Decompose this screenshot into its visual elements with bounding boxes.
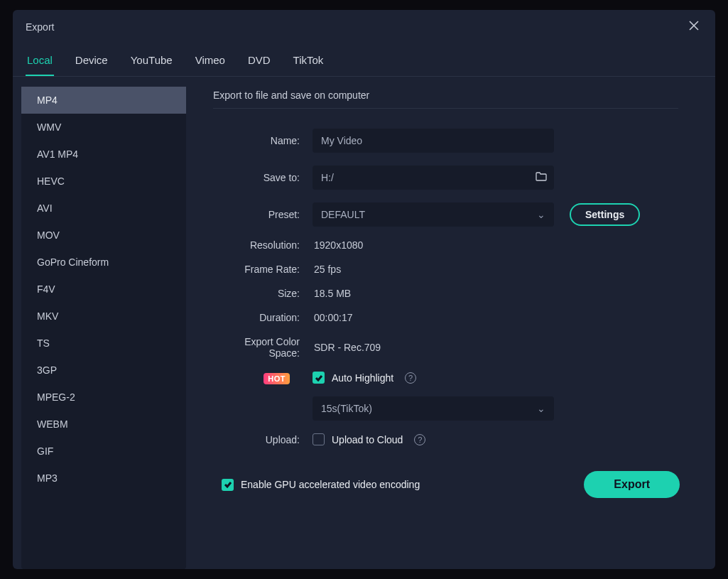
tab-tiktok[interactable]: TikTok	[292, 48, 325, 76]
auto-highlight-label: Auto Highlight	[332, 372, 393, 384]
dialog-body: MP4 WMV AV1 MP4 HEVC AVI MOV GoPro Cinef…	[13, 77, 715, 569]
highlight-preset-value: 15s(TikTok)	[321, 403, 372, 414]
format-mp4[interactable]: MP4	[21, 87, 186, 114]
label-preset: Preset:	[213, 209, 313, 220]
format-3gp[interactable]: 3GP	[21, 357, 186, 384]
format-f4v[interactable]: F4V	[21, 276, 186, 303]
gpu-checkbox[interactable]	[222, 479, 234, 491]
format-mkv[interactable]: MKV	[21, 303, 186, 330]
settings-button[interactable]: Settings	[570, 203, 640, 226]
hot-badge: HOT	[264, 373, 290, 384]
duration-value: 00:00:17	[313, 312, 353, 323]
format-avi[interactable]: AVI	[21, 195, 186, 222]
upload-cloud-label: Upload to Cloud	[332, 434, 403, 445]
format-gopro[interactable]: GoPro Cineform	[21, 249, 186, 276]
label-saveto: Save to:	[213, 172, 313, 183]
dialog-header: Export	[13, 10, 715, 43]
tab-bar: Local Device YouTube Vimeo DVD TikTok	[13, 43, 715, 77]
help-upload-cloud[interactable]: ?	[414, 434, 425, 445]
section-title: Export to file and save on computer	[213, 90, 678, 109]
size-value: 18.5 MB	[313, 288, 351, 299]
folder-icon	[536, 171, 547, 181]
chevron-down-icon: ⌄	[537, 209, 545, 220]
format-wmv[interactable]: WMV	[21, 114, 186, 141]
highlight-preset-select[interactable]: 15s(TikTok) ⌄	[313, 396, 554, 421]
auto-highlight-checkbox[interactable]	[313, 372, 325, 384]
gpu-label: Enable GPU accelerated video encoding	[241, 479, 420, 490]
check-icon	[224, 480, 232, 489]
tab-vimeo[interactable]: Vimeo	[194, 48, 227, 76]
dialog-footer: Enable GPU accelerated video encoding Ex…	[213, 458, 685, 504]
format-webm[interactable]: WEBM	[21, 411, 186, 438]
close-button[interactable]	[685, 17, 702, 37]
tab-dvd[interactable]: DVD	[246, 48, 272, 76]
browse-folder-button[interactable]	[536, 171, 547, 184]
main-panel: Export to file and save on computer Name…	[186, 87, 707, 569]
upload-cloud-checkbox[interactable]	[313, 433, 325, 445]
name-input[interactable]	[313, 129, 554, 153]
label-duration: Duration:	[213, 312, 313, 323]
tab-local[interactable]: Local	[26, 48, 54, 76]
colorspace-value: SDR - Rec.709	[313, 342, 381, 353]
format-ts[interactable]: TS	[21, 330, 186, 357]
label-colorspace: Export Color Space:	[213, 336, 313, 359]
format-sidebar: MP4 WMV AV1 MP4 HEVC AVI MOV GoPro Cinef…	[21, 87, 186, 569]
framerate-value: 25 fps	[313, 264, 341, 275]
close-icon	[688, 20, 700, 31]
label-framerate: Frame Rate:	[213, 264, 313, 275]
tab-youtube[interactable]: YouTube	[129, 48, 174, 76]
format-av1-mp4[interactable]: AV1 MP4	[21, 141, 186, 168]
dialog-title: Export	[26, 21, 54, 33]
format-mp3[interactable]: MP3	[21, 465, 186, 492]
preset-select[interactable]: DEFAULT ⌄	[313, 202, 554, 227]
chevron-down-icon: ⌄	[537, 403, 545, 414]
export-dialog: Export Local Device YouTube Vimeo DVD Ti…	[13, 10, 715, 569]
check-icon	[315, 374, 323, 382]
preset-value: DEFAULT	[321, 209, 365, 220]
label-name: Name:	[213, 135, 313, 146]
label-upload: Upload:	[213, 434, 313, 445]
format-mpeg2[interactable]: MPEG-2	[21, 384, 186, 411]
label-size: Size:	[213, 288, 313, 299]
export-button[interactable]: Export	[584, 471, 680, 498]
saveto-input[interactable]	[313, 166, 554, 190]
tab-device[interactable]: Device	[74, 48, 109, 76]
help-auto-highlight[interactable]: ?	[405, 372, 416, 384]
format-mov[interactable]: MOV	[21, 222, 186, 249]
format-gif[interactable]: GIF	[21, 438, 186, 465]
format-hevc[interactable]: HEVC	[21, 168, 186, 195]
resolution-value: 1920x1080	[313, 239, 363, 251]
label-resolution: Resolution:	[213, 239, 313, 251]
